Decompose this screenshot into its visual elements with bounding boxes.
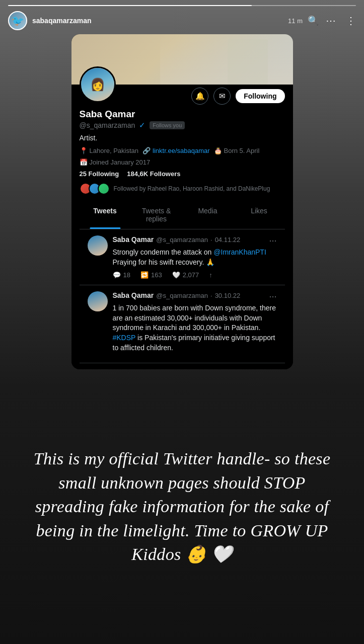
following-stat[interactable]: 25 Following <box>80 170 119 178</box>
notifications-button[interactable]: 🔔 <box>191 88 208 105</box>
tweet-2: Saba Qamar @s_qamarzaman · 30.10.22 ··· … <box>80 285 285 363</box>
followers-count: 184,6K <box>127 170 148 178</box>
tweet-2-dot: · <box>210 292 212 299</box>
tab-media[interactable]: Media <box>182 201 234 229</box>
tweet-2-handle: @s_qamarzaman <box>156 292 208 299</box>
follows-you-badge: Follows you <box>150 121 185 129</box>
tweet-1-replies: 18 <box>123 271 130 279</box>
story-avatar: 🐦 <box>8 11 27 30</box>
story-icons: 🔍 ⋯ <box>308 15 337 27</box>
tweet-1-name: Saba Qamar <box>113 235 154 244</box>
birthday-meta: 🎂 Born 5. April <box>214 147 260 154</box>
tweet-2-hashtag[interactable]: #KDSP <box>113 334 136 342</box>
tab-tweets[interactable]: Tweets <box>80 201 131 229</box>
tweet-1-like[interactable]: 🤍 2,077 <box>172 271 199 279</box>
bottom-text: This is my official Twitter handle- so t… <box>25 447 339 567</box>
story-header: 🐦 sabaqamarzaman 11 m 🔍 ⋯ ⋮ <box>0 8 364 34</box>
twitter-display-name: Saba Qamar <box>80 109 285 120</box>
link-icon: 🔗 <box>142 147 151 154</box>
joined-text: Joined January 2017 <box>90 158 151 166</box>
tweet-1-retweet[interactable]: 🔁 163 <box>140 271 162 279</box>
calendar-icon: 📅 <box>80 158 88 166</box>
tab-likes[interactable]: Likes <box>234 201 285 229</box>
tweet-1-handle: @s_qamarzaman <box>156 236 208 244</box>
followers-label: Followers <box>150 170 181 178</box>
tweet-1-actions: 💬 18 🔁 163 🤍 2,077 ↑ <box>113 271 277 279</box>
twitter-card: 👩 🔔 ✉ Following Saba Qamar @s_qamarzaman… <box>71 34 293 369</box>
story-username: sabaqamarzaman <box>32 17 283 25</box>
verified-badge: ✓ <box>139 121 145 130</box>
followed-by-text: Followed by Raheel Rao, Haroon Rashid, a… <box>114 185 270 192</box>
tweet-1: Saba Qamar @s_qamarzaman · 04.11.22 ··· … <box>80 229 285 285</box>
tweet-1-text: Strongly condemn the attack on @ImranKha… <box>113 248 277 267</box>
following-button[interactable]: Following <box>236 89 284 103</box>
location-icon: 📍 <box>80 147 88 154</box>
story-progress-bar <box>0 0 364 8</box>
twitter-meta: 📍 Lahore, Pakistan 🔗 linktr.ee/sabaqamar… <box>80 147 285 166</box>
tweet-1-date: 04.11.22 <box>215 236 241 244</box>
tweet-1-likes: 2,077 <box>183 271 199 279</box>
tweet-1-mention[interactable]: @ImranKhanPTI <box>213 248 266 256</box>
tweet-2-name: Saba Qamar <box>113 291 154 299</box>
birthday-icon: 🎂 <box>214 147 222 154</box>
twitter-tabs: Tweets Tweets & replies Media Likes <box>80 201 285 229</box>
message-button[interactable]: ✉ <box>213 88 231 105</box>
mail-icon: ✉ <box>219 92 226 101</box>
following-label: Following <box>89 170 119 178</box>
tweet-1-share[interactable]: ↑ <box>209 271 212 279</box>
tweet-1-reply[interactable]: 💬 18 <box>113 271 130 279</box>
tweet-2-text: 1 in 700 babies are born with Down syndr… <box>113 303 277 353</box>
twitter-stats: 25 Following 184,6K Followers <box>80 170 285 178</box>
tweet-1-more-icon[interactable]: ··· <box>269 235 276 246</box>
tweet-1-avatar <box>88 235 108 256</box>
location-text: Lahore, Pakistan <box>90 147 139 154</box>
bell-icon: 🔔 <box>195 92 205 101</box>
share-icon: ↑ <box>209 271 212 279</box>
story-time: 11 m <box>288 17 303 25</box>
tab-tweets-replies[interactable]: Tweets & replies <box>131 201 182 229</box>
close-story-icon[interactable]: ⋮ <box>346 15 356 27</box>
follower-avatar-3 <box>98 183 110 195</box>
tweet-2-more-icon[interactable]: ··· <box>269 291 276 302</box>
website-link[interactable]: linktr.ee/sabaqamar <box>153 147 209 154</box>
twitter-bio: Artist. <box>80 134 285 142</box>
twitter-profile-section: 👩 🔔 ✉ Following Saba Qamar @s_qamarzaman… <box>71 85 293 369</box>
twitter-handle: @s_qamarzaman <box>80 121 135 129</box>
tweet-1-retweets: 163 <box>151 271 162 279</box>
joined-meta: 📅 Joined January 2017 <box>80 158 285 166</box>
reply-icon: 💬 <box>113 271 121 279</box>
followers-stat[interactable]: 184,6K Followers <box>127 170 180 178</box>
tweet-2-date: 30.10.22 <box>215 292 241 299</box>
bottom-text-container: This is my official Twitter handle- so t… <box>0 369 364 644</box>
more-options-icon[interactable]: ⋯ <box>326 15 337 27</box>
tweet-2-avatar <box>88 291 108 311</box>
retweet-icon: 🔁 <box>140 271 149 279</box>
following-count: 25 <box>80 170 87 178</box>
tweet-1-dot: · <box>210 236 212 244</box>
twitter-profile-avatar: 👩 <box>80 66 116 103</box>
tweet-2-content: Saba Qamar @s_qamarzaman · 30.10.22 ··· … <box>113 291 277 357</box>
followed-by-section: Followed by Raheel Rao, Haroon Rashid, a… <box>80 183 285 195</box>
tweet-1-content: Saba Qamar @s_qamarzaman · 04.11.22 ··· … <box>113 235 277 279</box>
location-meta: 📍 Lahore, Pakistan <box>80 147 139 154</box>
birthday-text: Born 5. April <box>224 147 260 154</box>
website-meta[interactable]: 🔗 linktr.ee/sabaqamar <box>142 147 209 154</box>
search-icon[interactable]: 🔍 <box>308 15 319 26</box>
like-icon: 🤍 <box>172 271 180 279</box>
